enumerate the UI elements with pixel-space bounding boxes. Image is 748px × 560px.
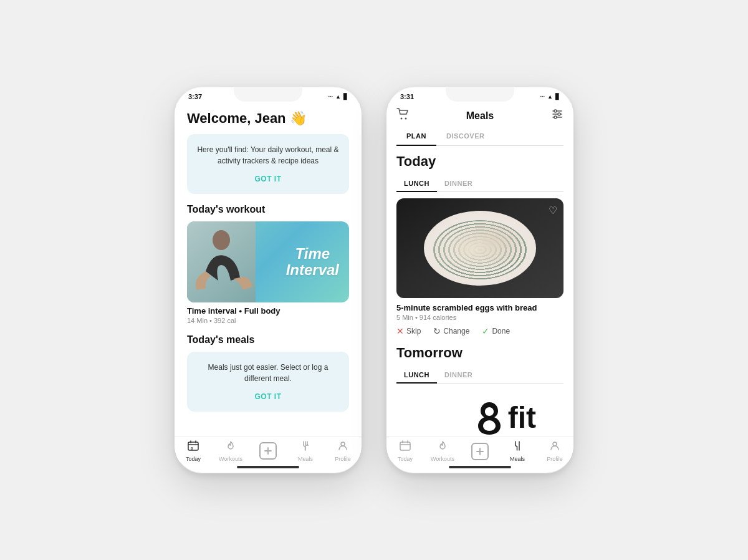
home-screen: Welcome, Jean 👋 Here you'll find: Your d…: [175, 103, 362, 462]
today-title: Today: [396, 153, 563, 170]
logo: fit: [473, 400, 536, 436]
home-content: Welcome, Jean 👋 Here you'll find: Your d…: [175, 103, 362, 436]
food-actions: ✕ Skip ↻ Change ✓ Done: [396, 326, 563, 336]
x-icon: ✕: [396, 326, 404, 336]
fork-icon-1: [300, 440, 311, 455]
nav-label-profile-2: Profile: [547, 456, 563, 462]
skip-action[interactable]: ✕ Skip: [396, 326, 421, 336]
workout-info: Time interval • Full body 14 Min • 392 c…: [187, 306, 349, 324]
food-image: ♡: [396, 198, 563, 298]
scene: 3:37 ··· ▲ ▊ Welcome, Jean 👋 Here you'll…: [175, 87, 573, 473]
flame-icon-1: [225, 440, 236, 455]
svg-point-6: [405, 118, 407, 120]
refresh-icon: ↻: [433, 326, 441, 336]
skip-label: Skip: [406, 327, 421, 336]
workout-section-title: Today's workout: [187, 204, 349, 215]
nav-item-today-2[interactable]: Today: [386, 440, 424, 462]
nav-item-profile-1[interactable]: Profile: [324, 440, 362, 462]
tab-discover[interactable]: DISCOVER: [436, 127, 494, 146]
time-2: 3:31: [400, 93, 414, 100]
check-icon: ✓: [482, 326, 489, 336]
dots-icon-2: ···: [540, 94, 545, 100]
today-dinner-tab[interactable]: DINNER: [437, 176, 480, 192]
main-tab-bar: PLAN DISCOVER: [396, 127, 563, 146]
meals-header-title: Meals: [466, 110, 494, 122]
svg-point-9: [554, 116, 557, 118]
svg-point-1: [213, 230, 230, 250]
calendar-icon-2: [400, 440, 411, 455]
person-icon-1: [337, 440, 348, 455]
today-lunch-tab[interactable]: LUNCH: [396, 176, 437, 192]
svg-rect-10: [400, 442, 410, 450]
sliders-icon[interactable]: [551, 108, 563, 123]
nav-item-plus-1[interactable]: [249, 442, 287, 461]
change-label: Change: [443, 327, 469, 336]
workout-meta: 14 Min • 392 cal: [187, 317, 349, 324]
food-name: 5-minute scrambled eggs with bread: [396, 303, 563, 312]
plus-icon-2[interactable]: [471, 443, 489, 460]
got-it-button-1[interactable]: GOT IT: [255, 175, 282, 183]
meals-card-text: Meals just got easier. Select or log a d…: [197, 362, 339, 384]
tomorrow-meal-tabs: LUNCH DINNER: [396, 367, 563, 384]
egg-plate-visual: [396, 198, 563, 298]
battery-icon-2: ▊: [555, 94, 560, 100]
meals-section-title: Today's meals: [187, 334, 349, 345]
nav-label-today-2: Today: [398, 456, 413, 462]
workout-name: Time interval • Full body: [187, 306, 349, 316]
nav-item-profile-2[interactable]: Profile: [536, 440, 573, 462]
person-icon-2: [549, 440, 560, 455]
tomorrow-title: Tomorrow: [396, 345, 563, 361]
tomorrow-lunch-tab[interactable]: LUNCH: [396, 367, 437, 384]
food-card[interactable]: ♡: [396, 198, 563, 298]
workout-card[interactable]: Time Interval: [187, 221, 349, 302]
svg-point-5: [401, 118, 403, 120]
bottom-nav-1: 8 Today Workouts: [175, 436, 362, 462]
nav-item-today-1[interactable]: 8 Today: [175, 440, 212, 462]
heart-icon[interactable]: ♡: [549, 205, 557, 216]
info-card: Here you'll find: Your daily workout, me…: [187, 134, 349, 194]
nav-label-workouts-2: Workouts: [431, 456, 454, 462]
tomorrow-dinner-tab[interactable]: DINNER: [437, 367, 480, 384]
logo-container: fit: [473, 400, 536, 436]
tab-plan[interactable]: PLAN: [396, 127, 436, 146]
notch-2: [446, 87, 514, 102]
nav-label-profile-1: Profile: [335, 456, 351, 462]
plus-icon-1[interactable]: [259, 442, 277, 460]
food-meta: 5 Min • 914 calories: [396, 314, 563, 321]
done-action[interactable]: ✓ Done: [482, 326, 510, 336]
notch-1: [234, 87, 302, 102]
flame-icon-2: [437, 440, 448, 455]
done-label: Done: [492, 327, 510, 336]
wifi-icon-2: ▲: [547, 94, 553, 100]
nav-label-meals-1: Meals: [298, 456, 313, 462]
cart-icon[interactable]: [396, 108, 409, 123]
today-meal-tabs: LUNCH DINNER: [396, 176, 563, 192]
meals-card: Meals just got easier. Select or log a d…: [187, 352, 349, 412]
nav-item-workouts-1[interactable]: Workouts: [212, 440, 249, 462]
change-action[interactable]: ↻ Change: [433, 326, 469, 336]
nav-item-meals-2[interactable]: Meals: [499, 440, 536, 462]
got-it-button-2[interactable]: GOT IT: [255, 392, 282, 401]
home-indicator-1: [237, 466, 299, 468]
svg-rect-2: [188, 442, 198, 450]
meals-header: Meals: [386, 103, 573, 123]
person-svg: [187, 221, 256, 302]
nav-item-meals-1[interactable]: Meals: [287, 440, 324, 462]
svg-point-7: [554, 110, 557, 112]
nav-item-plus-2[interactable]: [461, 443, 499, 460]
workout-text-overlay: Time Interval: [286, 246, 339, 279]
svg-point-11: [553, 442, 557, 446]
wifi-icon: ▲: [335, 94, 341, 100]
workout-figure: [187, 221, 256, 302]
home-indicator-2: [449, 466, 511, 468]
battery-icon: ▊: [343, 94, 348, 100]
workout-overlay-line2: Interval: [286, 262, 339, 278]
workout-overlay-line1: Time: [286, 246, 339, 262]
status-icons-1: ··· ▲ ▊: [328, 94, 348, 100]
nav-label-today-1: Today: [186, 456, 201, 462]
fork-icon-2: [512, 440, 523, 455]
meals-content: Today LUNCH DINNER ♡ 5-minute scrambled …: [386, 146, 573, 436]
svg-point-8: [558, 113, 560, 115]
svg-point-4: [341, 442, 345, 446]
nav-item-workouts-2[interactable]: Workouts: [424, 440, 461, 462]
